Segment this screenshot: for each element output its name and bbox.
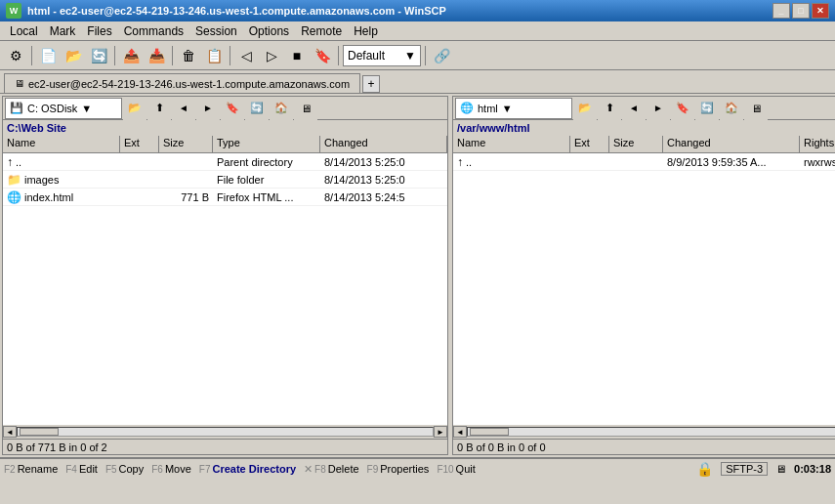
separator5 — [338, 46, 339, 65]
lock-icon: 🔒 — [696, 461, 713, 477]
left-row-parent[interactable]: ↑.. Parent directory 8/14/2013 5:25:0 — [3, 153, 447, 171]
download-button[interactable]: 📥 — [145, 44, 168, 67]
right-scroll-thumb[interactable] — [470, 428, 509, 436]
left-row-indexhtml[interactable]: 🌐index.html 771 B Firefox HTML ... 8/14/… — [3, 189, 447, 206]
open-button[interactable]: 📂 — [62, 44, 85, 67]
right-back-button[interactable]: ◄ — [622, 97, 646, 120]
left-cell-changed-0: 8/14/2013 5:25:0 — [320, 156, 447, 168]
f7-key[interactable]: F7 Create Directory — [199, 463, 296, 475]
left-cell-name-1: 📁images — [3, 173, 120, 187]
left-fwd-button[interactable]: ► — [196, 97, 220, 120]
quick-connect[interactable]: 🔗 — [430, 44, 453, 67]
left-scrollbar[interactable]: ◄ ► — [3, 425, 447, 439]
menu-session[interactable]: Session — [189, 22, 243, 40]
right-col-rights[interactable]: Rights — [800, 136, 835, 152]
tab-session1[interactable]: 🖥 ec2-user@ec2-54-219-13-246.us-west-1.c… — [4, 73, 360, 93]
left-file-list: Name Ext Size Type Changed ↑.. Parent di… — [3, 136, 447, 425]
left-home[interactable]: 🏠 — [270, 97, 293, 120]
tab-session1-label: ec2-user@ec2-54-219-13-246.us-west-1.com… — [28, 78, 350, 90]
separator2 — [114, 46, 115, 65]
new-button[interactable]: 📄 — [36, 44, 60, 67]
left-scroll-right[interactable]: ► — [434, 426, 447, 438]
menu-options[interactable]: Options — [243, 22, 295, 40]
right-browse-button[interactable]: 📂 — [573, 97, 597, 120]
right-col-ext[interactable]: Ext — [570, 136, 609, 152]
close-button[interactable]: ✕ — [812, 3, 829, 19]
left-scroll-track[interactable] — [17, 427, 434, 437]
left-file-rows: ↑.. Parent directory 8/14/2013 5:25:0 📁i… — [3, 153, 447, 206]
left-cell-size-2: 771 B — [159, 191, 213, 203]
right-fwd-button[interactable]: ► — [647, 97, 670, 120]
right-home[interactable]: 🏠 — [720, 97, 743, 120]
right-col-size[interactable]: Size — [609, 136, 663, 152]
f2-key[interactable]: F2 Rename — [4, 463, 58, 475]
f5-key[interactable]: F5 Copy — [105, 463, 144, 475]
left-col-changed[interactable]: Changed — [320, 136, 447, 152]
separator4 — [230, 46, 230, 65]
right-status-text: 0 B of 0 B in 0 of 0 — [457, 441, 546, 453]
left-scroll-left[interactable]: ◄ — [3, 426, 17, 438]
left-file-header: Name Ext Size Type Changed — [3, 136, 447, 153]
left-row-images[interactable]: 📁images File folder 8/14/2013 5:25:0 — [3, 171, 447, 189]
right-scrollbar[interactable]: ◄ ► — [453, 425, 835, 439]
left-pane-toolbar: 💾 C: OSDisk ▼ 📂 ⬆ ◄ ► 🔖 🔄 🏠 🖥 — [3, 97, 447, 120]
right-path-label: /var/www/html — [453, 120, 835, 136]
right-refresh[interactable]: 🔄 — [695, 97, 719, 120]
right-terminal[interactable]: 🖥 — [744, 97, 768, 120]
window-controls: _ □ ✕ — [772, 3, 829, 19]
menu-remote[interactable]: Remote — [295, 22, 348, 40]
menu-mark[interactable]: Mark — [44, 22, 82, 40]
left-drive-dropdown[interactable]: 💾 C: OSDisk ▼ — [5, 98, 122, 119]
left-bookmark[interactable]: 🔖 — [221, 97, 244, 120]
left-col-ext[interactable]: Ext — [120, 136, 159, 152]
right-cell-changed-0: 8/9/2013 9:59:35 A... — [663, 156, 800, 168]
right-scroll-left[interactable]: ◄ — [453, 426, 467, 438]
left-cell-type-1: File folder — [213, 174, 320, 186]
add-tab-button[interactable]: + — [362, 75, 380, 93]
left-status-bar: 0 B of 771 B in 0 of 2 — [3, 439, 447, 454]
f6-key[interactable]: F6 Move — [151, 463, 191, 475]
left-browse-button[interactable]: 📂 — [123, 97, 146, 120]
right-parent-button[interactable]: ⬆ — [598, 97, 621, 120]
menu-local[interactable]: Local — [4, 22, 44, 40]
transfer-mode-dropdown[interactable]: Default ▼ — [343, 45, 421, 66]
left-parent-button[interactable]: ⬆ — [147, 97, 171, 120]
left-col-type[interactable]: Type — [213, 136, 320, 152]
menu-files[interactable]: Files — [81, 22, 117, 40]
right-scroll-track[interactable] — [467, 427, 835, 437]
right-cell-rights-0: rwxrwsr-x — [800, 156, 835, 168]
left-terminal[interactable]: 🖥 — [294, 97, 317, 120]
f9-key[interactable]: F9 Properties — [367, 463, 430, 475]
right-drive-dropdown[interactable]: 🌐 html ▼ — [455, 98, 572, 119]
refresh-button[interactable]: 🔄 — [87, 44, 110, 67]
left-back-button[interactable]: ◄ — [172, 97, 195, 120]
upload-button[interactable]: 📤 — [119, 44, 143, 67]
maximize-button[interactable]: □ — [792, 3, 810, 19]
right-col-name[interactable]: Name — [453, 136, 570, 152]
left-status-text: 0 B of 771 B in 0 of 2 — [7, 441, 107, 453]
f10-key[interactable]: F10 Quit — [437, 463, 475, 475]
right-file-rows: ↑.. 8/9/2013 9:59:35 A... rwxrwsr-x — [453, 153, 835, 171]
nav-back[interactable]: ◁ — [234, 44, 258, 67]
settings-button[interactable]: ⚙ — [4, 44, 27, 67]
nav-bookmark[interactable]: 🔖 — [311, 44, 334, 67]
menu-help[interactable]: Help — [348, 22, 384, 40]
right-row-parent[interactable]: ↑.. 8/9/2013 9:59:35 A... rwxrwsr-x — [453, 153, 835, 171]
f4-key[interactable]: F4 Edit — [65, 463, 98, 475]
left-path-label: C:\Web Site — [3, 120, 447, 136]
nav-fwd[interactable]: ▷ — [260, 44, 283, 67]
right-bookmark[interactable]: 🔖 — [671, 97, 694, 120]
f8-key[interactable]: ✕ F8 Delete — [304, 463, 358, 476]
left-col-size[interactable]: Size — [159, 136, 213, 152]
left-col-name[interactable]: Name — [3, 136, 120, 152]
left-refresh[interactable]: 🔄 — [245, 97, 269, 120]
right-col-changed[interactable]: Changed — [663, 136, 800, 152]
menu-commands[interactable]: Commands — [118, 22, 189, 40]
nav-stop[interactable]: ■ — [285, 44, 309, 67]
delete-button[interactable]: 🗑 — [177, 44, 200, 67]
left-cell-changed-2: 8/14/2013 5:24:5 — [320, 191, 447, 203]
title-bar: W html - ec2-user@ec2-54-219-13-246.us-w… — [0, 0, 835, 21]
left-scroll-thumb[interactable] — [20, 428, 59, 436]
minimize-button[interactable]: _ — [772, 3, 790, 19]
properties-button[interactable]: 📋 — [202, 44, 226, 67]
